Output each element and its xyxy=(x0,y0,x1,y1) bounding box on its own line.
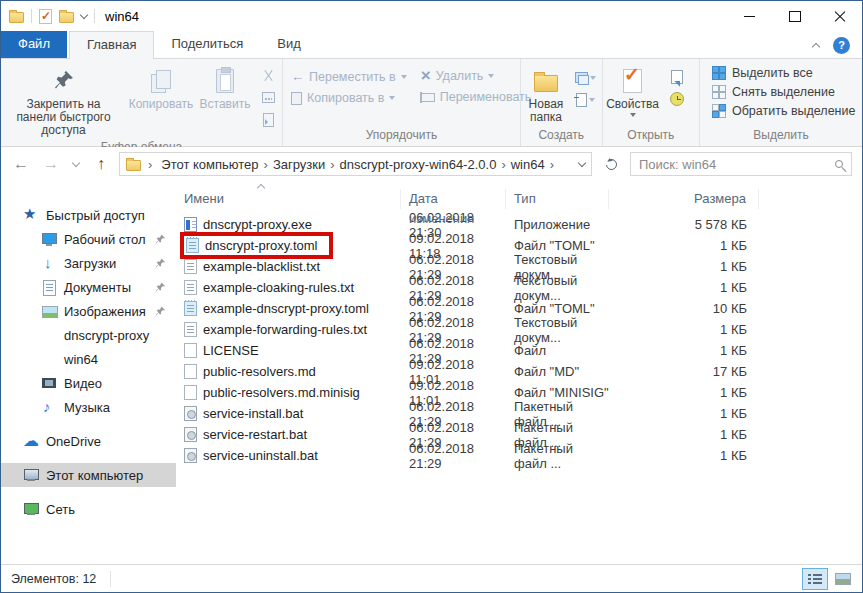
select-all-icon xyxy=(712,66,726,80)
copy-to-button[interactable]: Копировать в xyxy=(291,91,407,105)
qat-new-folder-icon[interactable] xyxy=(59,12,74,23)
thumbnails-view-icon xyxy=(835,573,851,585)
thumbnails-view-button[interactable] xyxy=(830,568,856,590)
copy-path-button[interactable] xyxy=(256,88,280,107)
sidebar-item[interactable]: Сеть xyxy=(1,497,176,521)
column-header[interactable]: Размера xyxy=(609,189,759,209)
sidebar-item-icon xyxy=(41,231,57,247)
tab-file[interactable]: Файл xyxy=(1,31,67,58)
new-folder-button[interactable]: Новая папка xyxy=(521,62,571,126)
search-icon[interactable] xyxy=(835,160,843,168)
sidebar-item[interactable]: OneDrive xyxy=(1,429,176,453)
sidebar-item[interactable]: win64 xyxy=(1,347,176,371)
edit-icon xyxy=(671,70,683,84)
forward-button[interactable]: → xyxy=(39,152,63,176)
sidebar-item-label: Загрузки xyxy=(64,256,116,271)
ribbon-group-organize: ←Переместить в Копировать в ×Удалить Пер… xyxy=(283,59,521,146)
crumb-separator: › xyxy=(547,157,557,172)
tabrow-right: ? xyxy=(813,37,862,58)
sidebar-item[interactable]: Загрузки xyxy=(1,251,176,275)
breadcrumb-item[interactable]: Этот компьютер xyxy=(159,157,260,172)
sidebar-item[interactable]: Изображения xyxy=(1,299,176,323)
file-row[interactable]: public-resolvers.md 09.02.2018 11:01 Фай… xyxy=(176,361,862,382)
select-none-button[interactable]: Снять выделение xyxy=(712,85,835,99)
sidebar-item[interactable]: dnscrypt-proxy xyxy=(1,323,176,347)
sidebar-item[interactable]: Быстрый доступ xyxy=(1,203,176,227)
file-row[interactable]: example-cloaking-rules.txt 06.02.2018 21… xyxy=(176,277,862,298)
back-button[interactable]: ← xyxy=(9,152,33,176)
move-to-button[interactable]: ←Переместить в xyxy=(291,69,407,84)
address-dropdown-icon[interactable] xyxy=(578,158,586,166)
chevron-down-icon xyxy=(630,113,636,117)
column-header[interactable]: Дата изменения xyxy=(401,189,506,209)
chevron-down-icon xyxy=(401,75,407,79)
file-type: Файл xyxy=(506,343,609,358)
file-size: 1 КБ xyxy=(609,259,759,274)
navigation-pane: Быстрый доступ Рабочий стол Загрузки xyxy=(1,181,176,564)
delete-button[interactable]: ×Удалить xyxy=(421,69,532,83)
tab-home[interactable]: Главная xyxy=(69,31,154,59)
collapse-ribbon-icon[interactable] xyxy=(812,43,820,51)
search-input[interactable] xyxy=(639,157,831,172)
close-button[interactable] xyxy=(817,1,862,31)
qat-properties-icon[interactable] xyxy=(39,9,52,24)
up-button[interactable]: ↑ xyxy=(89,152,113,176)
new-item-button[interactable] xyxy=(573,90,597,109)
file-icon xyxy=(184,217,197,232)
paste-button[interactable]: Вставить xyxy=(196,62,254,113)
select-all-button[interactable]: Выделить все xyxy=(712,66,813,80)
properties-button[interactable]: Свойства xyxy=(603,62,663,119)
details-view-button[interactable] xyxy=(802,568,828,590)
column-header-label: Дата изменения xyxy=(409,191,474,226)
minimize-button[interactable] xyxy=(727,1,772,31)
sidebar-item[interactable]: Рабочий стол xyxy=(1,227,176,251)
file-name: public-resolvers.md xyxy=(203,364,316,379)
breadcrumb-item[interactable]: Загрузки xyxy=(271,157,327,172)
file-row[interactable]: example-forwarding-rules.txt 06.02.2018 … xyxy=(176,319,862,340)
easy-access-button[interactable] xyxy=(573,68,597,87)
breadcrumb-crumbs: Этот компьютер › Загрузки › dnscrypt-pro… xyxy=(159,157,557,172)
column-headers: Имени Дата изменения Тип Размера xyxy=(176,186,862,212)
invert-selection-icon xyxy=(712,104,726,118)
pin-to-quick-access-button[interactable]: Закрепить на панели быстрого доступа xyxy=(1,62,126,139)
sidebar-item[interactable]: Музыка xyxy=(1,395,176,419)
copy-button[interactable]: Копировать xyxy=(126,62,196,113)
paste-shortcut-button[interactable] xyxy=(256,110,280,129)
sidebar-item[interactable]: Документы xyxy=(1,275,176,299)
move-to-label: Переместить в xyxy=(309,70,396,84)
edit-button[interactable] xyxy=(665,67,689,86)
history-button[interactable] xyxy=(665,89,689,108)
ribbon-group-create: Новая папка Создать xyxy=(521,59,603,146)
breadcrumb[interactable]: › Этот компьютер › Загрузки › dnscrypt-p… xyxy=(119,152,592,176)
help-icon[interactable]: ? xyxy=(833,37,850,54)
rename-icon xyxy=(421,93,435,102)
file-name-cell: example-dnscrypt-proxy.toml xyxy=(176,301,401,316)
copy-button-label: Копировать xyxy=(129,98,194,111)
file-name: dnscrypt-proxy.toml xyxy=(205,238,317,253)
breadcrumb-item[interactable]: dnscrypt-proxy-win64-2.0.0 xyxy=(338,157,499,172)
qat-customize-chevron-icon[interactable] xyxy=(80,10,88,18)
sidebar-item-label: dnscrypt-proxy xyxy=(64,328,149,343)
refresh-button[interactable] xyxy=(598,152,624,176)
create-group-label: Создать xyxy=(521,127,602,146)
recent-locations-button[interactable] xyxy=(69,152,83,176)
file-row[interactable]: service-uninstall.bat 06.02.2018 21:29 П… xyxy=(176,445,862,466)
column-header[interactable]: Тип xyxy=(506,189,609,209)
cut-button[interactable] xyxy=(256,66,280,85)
tab-share[interactable]: Поделиться xyxy=(154,31,260,58)
invert-selection-button[interactable]: Обратить выделение xyxy=(712,104,855,118)
sidebar-item[interactable]: Этот компьютер xyxy=(1,463,176,487)
column-header[interactable]: Имени xyxy=(176,189,401,209)
file-row[interactable]: LICENSE 06.02.2018 21:29 Файл 1 КБ xyxy=(176,340,862,361)
tab-view[interactable]: Вид xyxy=(260,31,318,58)
breadcrumb-item[interactable]: win64 xyxy=(509,157,547,172)
maximize-button[interactable] xyxy=(772,1,817,31)
explorer-logo-icon xyxy=(9,12,24,23)
crumb-separator: › xyxy=(261,157,271,172)
sidebar-item[interactable]: Видео xyxy=(1,371,176,395)
rename-button[interactable]: Переименовать xyxy=(421,90,532,104)
file-size: 17 КБ xyxy=(609,364,759,379)
file-name-wrap: LICENSE xyxy=(184,343,259,358)
file-name-cell: LICENSE xyxy=(176,343,401,358)
file-name-wrap: public-resolvers.md.minisig xyxy=(184,385,360,400)
